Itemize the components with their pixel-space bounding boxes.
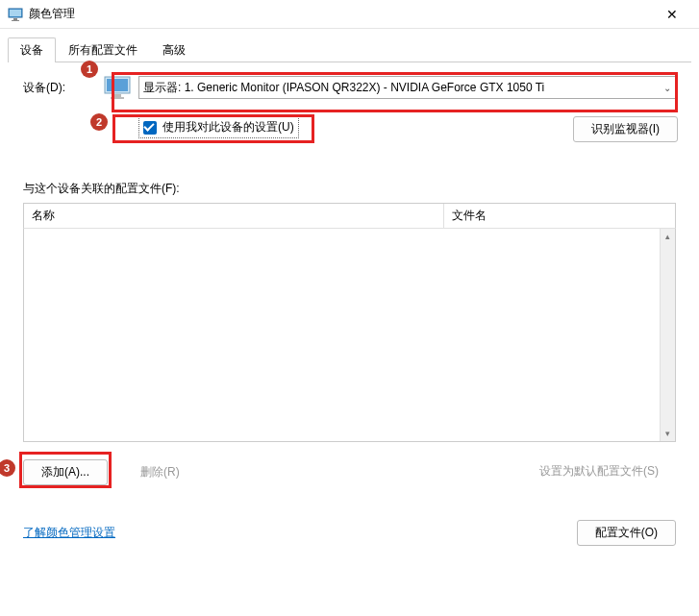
svg-rect-6 [113, 94, 121, 97]
svg-rect-2 [13, 18, 17, 20]
scroll-down-icon[interactable]: ▾ [661, 426, 675, 441]
use-settings-label: 使用我对此设备的设置(U) [162, 119, 294, 136]
device-selected-value: 显示器: 1. Generic Monitor (IPASON QR322X) … [143, 80, 544, 96]
profiles-section-label: 与这个设备关联的配置文件(F): [23, 181, 676, 197]
remove-button: 删除(R) [123, 460, 197, 484]
profile-buttons-row: 添加(A)... 删除(R) 设置为默认配置文件(S) 3 [23, 459, 676, 485]
svg-rect-7 [111, 97, 124, 99]
svg-rect-1 [10, 10, 21, 16]
learn-link[interactable]: 了解颜色管理设置 [23, 525, 115, 541]
titlebar: 颜色管理 ✕ [0, 0, 699, 29]
annotation-badge-1: 1 [81, 61, 98, 78]
set-default-button: 设置为默认配置文件(S) [522, 459, 676, 485]
device-row: 设备(D): 显示器: 1. Generic Monitor (IPASON Q… [23, 76, 676, 99]
scroll-up-icon[interactable]: ▴ [661, 229, 675, 244]
chevron-down-icon: ⌄ [663, 83, 671, 93]
profile-file-button[interactable]: 配置文件(O) [577, 520, 676, 546]
window-title: 颜色管理 [29, 6, 653, 22]
col-header-file[interactable]: 文件名 [444, 204, 675, 228]
device-label: 设备(D): [23, 80, 90, 96]
footer-row: 了解颜色管理设置 配置文件(O) [23, 520, 676, 546]
identify-monitor-button[interactable]: 识别监视器(I) [573, 116, 678, 142]
annotation-badge-2: 2 [90, 113, 108, 131]
tab-advanced[interactable]: 高级 [150, 37, 198, 62]
use-settings-checkbox-wrap[interactable]: 使用我对此设备的设置(U) [138, 116, 299, 138]
annotation-badge-3: 3 [0, 459, 15, 477]
close-button[interactable]: ✕ [653, 7, 691, 22]
vertical-scrollbar[interactable]: ▴ ▾ [660, 229, 675, 441]
svg-rect-3 [12, 20, 19, 21]
tab-all-profiles[interactable]: 所有配置文件 [56, 37, 150, 62]
device-dropdown[interactable]: 显示器: 1. Generic Monitor (IPASON QR322X) … [138, 76, 676, 99]
col-header-name[interactable]: 名称 [24, 204, 444, 228]
tab-strip: 设备 所有配置文件 高级 [8, 37, 691, 62]
tab-device[interactable]: 设备 [8, 37, 56, 62]
monitor-large-icon [104, 76, 131, 99]
table-header: 名称 文件名 [23, 203, 676, 229]
table-body: ▴ ▾ [23, 229, 676, 442]
svg-rect-5 [107, 79, 128, 91]
checkbox-checked-icon [143, 121, 157, 135]
add-button[interactable]: 添加(A)... [23, 459, 108, 485]
monitor-icon [8, 7, 23, 22]
